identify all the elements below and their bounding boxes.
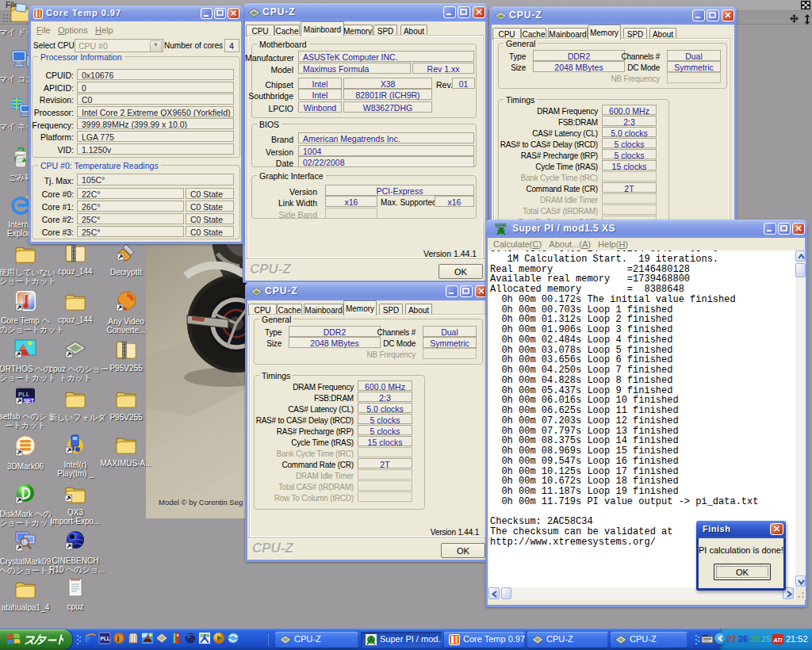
svg-text:SET: SET — [24, 398, 34, 403]
svg-text:Model © by Corentin Seg: Model © by Corentin Seg — [159, 498, 243, 507]
svg-text:ATI: ATI — [773, 637, 783, 643]
svg-text:i: i — [117, 634, 120, 643]
svg-text:e: e — [85, 632, 90, 644]
svg-text:PLL: PLL — [101, 636, 110, 641]
